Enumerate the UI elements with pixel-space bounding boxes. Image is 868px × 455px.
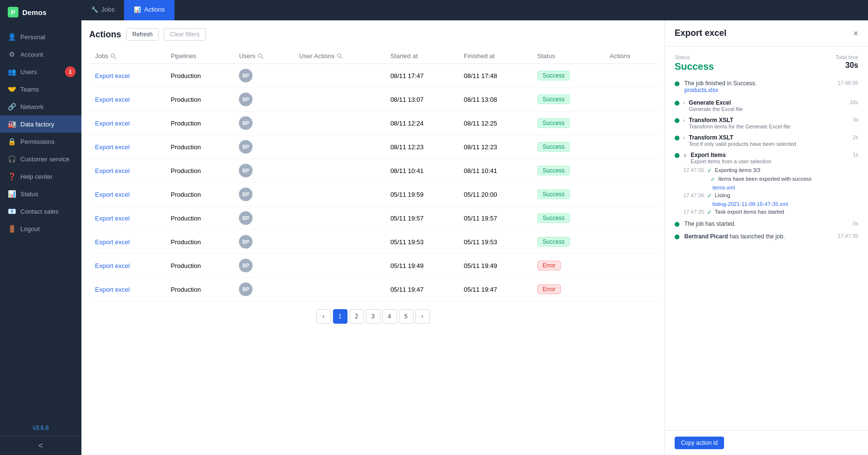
job-link[interactable]: Export excel [95, 238, 130, 246]
job-link[interactable]: Export excel [95, 191, 130, 198]
prev-page-button[interactable]: ‹ [316, 309, 331, 324]
job-link[interactable]: Export excel [95, 215, 130, 222]
cell-finished: 05/11 20:00 [458, 183, 532, 206]
items-xml-link[interactable]: items.xml [712, 185, 735, 190]
cell-job: Export excel [89, 230, 165, 254]
data-factory-icon: 🏭 [8, 120, 16, 128]
tab-jobs[interactable]: 🔧 Jobs [81, 0, 124, 20]
sidebar-item-teams[interactable]: 🤝 Teams [0, 80, 81, 98]
sidebar-item-permissions[interactable]: 🔒 Permissions [0, 133, 81, 150]
table-section: Actions Refresh Clear filters Jobs [81, 20, 664, 455]
cell-finished: 08/11 17:48 [458, 64, 532, 88]
step-transform-xslt-2-expand[interactable]: › [683, 135, 685, 141]
svg-line-5 [341, 57, 343, 59]
col-started-at: Started at [384, 48, 458, 64]
sidebar-nav: 👤 Personal ⚙ Account 👥 Users 1 🤝 Teams 🔗… [0, 24, 81, 420]
sidebar-item-logout[interactable]: 🚪 Logout [0, 220, 81, 237]
job-link[interactable]: Export excel [95, 120, 130, 127]
sidebar-item-account[interactable]: ⚙ Account [0, 46, 81, 63]
tab-actions[interactable]: 📊 Actions [124, 0, 174, 20]
sidebar-item-users[interactable]: 👥 Users 1 [0, 63, 81, 80]
step-transform-xslt-2-time: 2s [852, 134, 858, 140]
cell-job: Export excel [89, 183, 165, 206]
user-avatar: BP [239, 211, 253, 225]
cell-actions [604, 230, 657, 254]
users-search-icon[interactable] [257, 53, 264, 60]
sidebar-item-label: Logout [20, 225, 40, 233]
jobs-search-icon[interactable] [110, 53, 117, 60]
sublog-task-started: 17:47:35 ✓ Task export items has started [683, 209, 858, 216]
job-link[interactable]: Export excel [95, 72, 130, 79]
cell-user: BP [233, 135, 293, 159]
status-badge: Success [537, 213, 570, 223]
table-header-row: Jobs Pipelines Users [89, 48, 657, 64]
products-xlsx-link[interactable]: products.xlsx [684, 87, 718, 94]
user-actions-search-icon[interactable] [336, 53, 343, 60]
log-entry-finished: The job finished in Success. products.xl… [675, 80, 858, 94]
user-avatar: BP [239, 164, 253, 177]
job-link[interactable]: Export excel [95, 286, 130, 293]
page-3-button[interactable]: 3 [366, 309, 380, 324]
status-badge: Success [537, 94, 570, 104]
refresh-button[interactable]: Refresh [126, 28, 159, 41]
app-logo[interactable]: P Demos [0, 0, 81, 24]
cell-status: Error [532, 278, 604, 301]
col-status: Status [532, 48, 604, 64]
sidebar-item-help-center[interactable]: ❓ Help center [0, 168, 81, 185]
sidebar-item-data-factory[interactable]: 🏭 Data factory [0, 115, 81, 133]
step-export-items-expand[interactable]: ∨ [683, 153, 687, 158]
sidebar-item-label: Permissions [20, 138, 55, 145]
teams-icon: 🤝 [8, 85, 16, 93]
job-link[interactable]: Export excel [95, 262, 130, 269]
sidebar-item-contact-sales[interactable]: 📧 Contact sales [0, 203, 81, 220]
log-dot-finished [675, 81, 679, 86]
cell-user-action [293, 183, 384, 206]
actions-table: Jobs Pipelines Users [89, 48, 657, 301]
page-5-button[interactable]: 5 [399, 309, 413, 324]
cell-user-action [293, 64, 384, 88]
cell-pipeline: Production [165, 183, 233, 206]
collapse-button[interactable]: < [0, 436, 81, 455]
job-link[interactable]: Export excel [95, 167, 130, 174]
step-transform-xslt-1-expand[interactable]: › [683, 118, 685, 123]
personal-icon: 👤 [8, 33, 16, 41]
content-area: Actions Refresh Clear filters Jobs [81, 20, 868, 455]
page-2-button[interactable]: 2 [349, 309, 364, 324]
cell-user: BP [233, 111, 293, 135]
sidebar-item-customer-service[interactable]: 🎧 Customer service [0, 150, 81, 168]
cell-pipeline: Production [165, 64, 233, 88]
cell-status: Success [532, 64, 604, 88]
sidebar-item-label: Data factory [20, 121, 54, 128]
step-transform-xslt-2: › Transform XSLT Test if only valid prod… [675, 134, 858, 147]
section-header: Actions Refresh Clear filters [89, 28, 657, 41]
sublog-exported: ✓ Items have been exported with success [683, 176, 858, 183]
job-link[interactable]: Export excel [95, 143, 130, 151]
detail-title: Export excel [675, 28, 726, 38]
logo-icon: P [8, 7, 18, 17]
sidebar-item-personal[interactable]: 👤 Personal [0, 28, 81, 46]
sidebar-item-network[interactable]: 🔗 Network [0, 98, 81, 115]
listing-xml-link[interactable]: listing-2021-11-08-16-47-35.xml [712, 201, 788, 207]
step-generate-excel-title: Generate Excel [689, 99, 846, 106]
page-1-button[interactable]: 1 [333, 309, 347, 324]
clear-filters-button[interactable]: Clear filters [164, 28, 206, 41]
tab-actions-label: Actions [144, 6, 165, 13]
close-button[interactable]: × [853, 29, 858, 38]
sidebar-item-status[interactable]: 📊 Status [0, 185, 81, 203]
status-icon: 📊 [8, 190, 16, 198]
page-4-button[interactable]: 4 [382, 309, 397, 324]
cell-started: 08/11 12:24 [384, 111, 458, 135]
user-avatar: BP [239, 282, 253, 296]
sublog-time-4: 17:47:35 [683, 209, 704, 215]
step-generate-excel-expand[interactable]: › [683, 100, 685, 106]
sidebar-item-label: Status [20, 190, 38, 198]
step-export-items-time: 1s [852, 152, 858, 157]
copy-action-id-button[interactable]: Copy action id [675, 437, 724, 449]
bertrand-name: Bertrand Picard [684, 233, 728, 240]
job-link[interactable]: Export excel [95, 96, 130, 103]
sublog-check-3: ✓ [707, 192, 712, 199]
cell-status: Success [532, 183, 604, 206]
cell-started: 08/11 10:41 [384, 159, 458, 183]
cell-status: Success [532, 88, 604, 111]
next-page-button[interactable]: › [415, 309, 430, 324]
